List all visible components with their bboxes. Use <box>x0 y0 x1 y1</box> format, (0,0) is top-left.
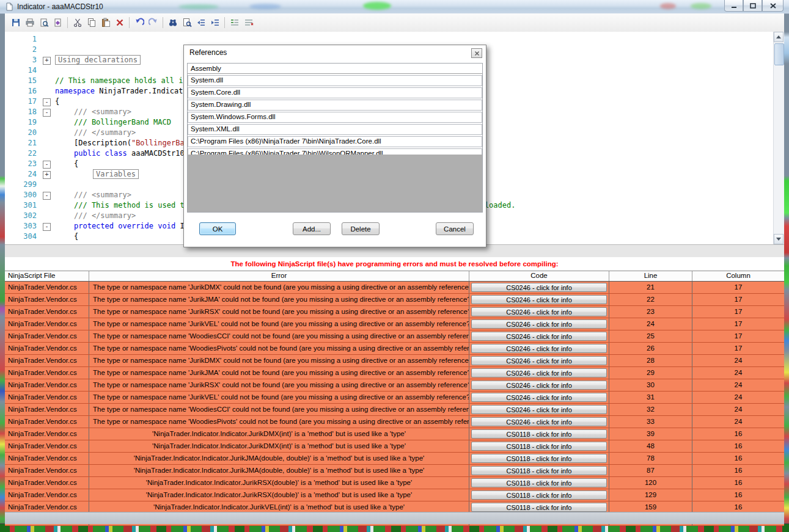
scrollbar-thumb[interactable] <box>774 43 784 65</box>
error-code-info-button[interactable]: CS0246 - click for info <box>471 283 607 292</box>
error-row[interactable]: NinjaTrader.Vendor.cs'NinjaTrader.Indica… <box>5 477 784 489</box>
error-code-info-button[interactable]: CS0246 - click for info <box>471 393 607 402</box>
error-message-cell: The type or namespace name 'JurikRSX' co… <box>89 379 469 391</box>
error-column-cell: 24 <box>692 404 784 415</box>
error-row[interactable]: NinjaTrader.Vendor.cs'NinjaTrader.Indica… <box>5 440 784 453</box>
find-in-file-icon[interactable] <box>180 16 194 30</box>
cancel-button[interactable]: Cancel <box>436 222 474 235</box>
collapse-fold-icon[interactable]: - <box>43 98 51 106</box>
collapse-fold-icon[interactable]: - <box>43 109 51 117</box>
error-row[interactable]: NinjaTrader.Vendor.cs'NinjaTrader.Indica… <box>5 465 784 477</box>
assembly-item[interactable]: System.dll <box>188 75 482 86</box>
error-banner: The following NinjaScript file(s) have p… <box>5 257 784 271</box>
error-row[interactable]: NinjaTrader.Vendor.csThe type or namespa… <box>5 404 784 416</box>
dialog-close-icon[interactable] <box>471 48 482 58</box>
uncomment-icon[interactable] <box>241 16 255 30</box>
error-code-info-button[interactable]: CS0118 - click for info <box>471 454 607 463</box>
script-properties-icon[interactable] <box>51 16 65 30</box>
code-token: [Description( <box>74 139 131 147</box>
error-code-info-button[interactable]: CS0246 - click for info <box>471 368 607 377</box>
scroll-down-button[interactable] <box>774 234 783 244</box>
collapsed-region-box[interactable]: Using declarations <box>55 55 141 65</box>
error-row[interactable]: NinjaTrader.Vendor.cs'NinjaTrader.Indica… <box>5 489 784 501</box>
error-code-info-button[interactable]: CS0246 - click for info <box>471 381 607 390</box>
error-message-cell: The type or namespace name 'WoodiesPivot… <box>89 343 469 354</box>
redo-icon[interactable] <box>146 16 160 30</box>
undo-icon[interactable] <box>132 16 146 30</box>
add-button[interactable]: Add... <box>293 222 331 235</box>
error-code-info-button[interactable]: CS0246 - click for info <box>471 344 607 353</box>
find-icon[interactable] <box>166 16 180 30</box>
error-row[interactable]: NinjaTrader.Vendor.cs'NinjaTrader.Indica… <box>5 428 784 440</box>
expand-fold-icon[interactable]: + <box>43 171 51 179</box>
titlebar[interactable]: Indicator - aaaMACDStr10 <box>0 0 789 14</box>
assembly-column-header[interactable]: Assembly <box>188 64 482 74</box>
error-row[interactable]: NinjaTrader.Vendor.csThe type or namespa… <box>5 355 784 367</box>
copy-icon[interactable] <box>84 16 98 30</box>
assembly-list[interactable]: Assembly System.dllSystem.Core.dllSystem… <box>187 63 483 213</box>
error-code-info-button[interactable]: CS0118 - click for info <box>471 503 607 512</box>
error-code-cell: CS0246 - click for info <box>469 392 609 403</box>
error-row[interactable]: NinjaTrader.Vendor.csThe type or namespa… <box>5 294 784 306</box>
error-row[interactable]: NinjaTrader.Vendor.csThe type or namespa… <box>5 282 784 294</box>
cut-icon[interactable] <box>70 16 84 30</box>
error-code-info-button[interactable]: CS0118 - click for info <box>471 442 607 451</box>
code-line[interactable]: 1 <box>5 34 774 45</box>
error-row[interactable]: NinjaTrader.Vendor.csThe type or namespa… <box>5 318 784 330</box>
editor-vertical-scrollbar[interactable] <box>773 32 784 244</box>
error-line-cell: 129 <box>609 489 692 501</box>
error-code-info-button[interactable]: CS0118 - click for info <box>471 466 607 475</box>
error-row[interactable]: NinjaTrader.Vendor.csThe type or namespa… <box>5 379 784 392</box>
error-code-info-button[interactable]: CS0246 - click for info <box>471 417 607 426</box>
error-code-info-button[interactable]: CS0246 - click for info <box>471 295 607 304</box>
delete-button[interactable]: Delete <box>342 222 380 235</box>
delete-icon[interactable] <box>112 16 127 30</box>
error-row[interactable]: NinjaTrader.Vendor.csThe type or namespa… <box>5 306 784 318</box>
error-row[interactable]: NinjaTrader.Vendor.cs'NinjaTrader.Indica… <box>5 453 784 465</box>
error-row[interactable]: NinjaTrader.Vendor.csThe type or namespa… <box>5 416 784 428</box>
expand-fold-icon[interactable]: + <box>43 57 51 65</box>
error-column-cell: 24 <box>692 355 784 366</box>
outdent-icon[interactable] <box>194 16 208 30</box>
assembly-item[interactable]: System.Windows.Forms.dll <box>188 112 482 123</box>
save-icon[interactable] <box>9 16 23 30</box>
error-code-info-button[interactable]: CS0118 - click for info <box>471 478 607 487</box>
error-code-info-button[interactable]: CS0118 - click for info <box>471 429 607 439</box>
collapsed-region-box[interactable]: Variables <box>93 169 139 179</box>
close-button[interactable] <box>762 0 783 12</box>
comment-icon[interactable] <box>227 16 241 30</box>
error-code-info-button[interactable]: CS0118 - click for info <box>471 490 607 500</box>
error-row[interactable]: NinjaTrader.Vendor.csThe type or namespa… <box>5 367 784 379</box>
indent-icon[interactable] <box>208 16 222 30</box>
minimize-button[interactable] <box>724 0 743 12</box>
error-code-info-button[interactable]: CS0246 - click for info <box>471 319 607 329</box>
ok-button[interactable]: OK <box>199 222 236 235</box>
code-token: namespace <box>55 87 95 95</box>
error-code-info-button[interactable]: CS0246 - click for info <box>471 405 607 414</box>
print-icon[interactable] <box>23 16 37 30</box>
error-row[interactable]: NinjaTrader.Vendor.csThe type or namespa… <box>5 330 784 343</box>
maximize-button[interactable] <box>743 0 762 12</box>
scroll-up-button[interactable] <box>774 32 783 42</box>
error-row[interactable]: NinjaTrader.Vendor.csThe type or namespa… <box>5 392 784 404</box>
error-code-info-button[interactable]: CS0246 - click for info <box>471 356 607 365</box>
assembly-item[interactable]: System.Drawing.dll <box>188 100 482 111</box>
error-code-info-button[interactable]: CS0246 - click for info <box>471 307 607 316</box>
error-column-cell: 16 <box>692 440 784 452</box>
assembly-item[interactable]: C:\Program Files (x86)\NinjaTrader 7\bin… <box>188 136 482 147</box>
line-number: 24 <box>5 169 40 180</box>
error-file-cell: NinjaTrader.Vendor.cs <box>5 392 89 403</box>
assembly-item[interactable]: System.Core.dll <box>188 87 482 98</box>
dialog-titlebar[interactable]: References <box>184 45 486 60</box>
collapse-fold-icon[interactable]: - <box>43 161 51 169</box>
assembly-item[interactable]: System.XML.dll <box>188 124 482 135</box>
error-message-cell: The type or namespace name 'WoodiesCCI' … <box>89 404 469 415</box>
print-preview-icon[interactable] <box>37 16 51 30</box>
collapse-fold-icon[interactable]: - <box>43 192 51 200</box>
collapse-fold-icon[interactable]: - <box>43 223 51 231</box>
error-column-cell: 16 <box>692 465 784 476</box>
paste-icon[interactable] <box>98 16 112 30</box>
error-row[interactable]: NinjaTrader.Vendor.csThe type or namespa… <box>5 343 784 355</box>
error-code-info-button[interactable]: CS0246 - click for info <box>471 332 607 341</box>
error-file-cell: NinjaTrader.Vendor.cs <box>5 282 89 293</box>
